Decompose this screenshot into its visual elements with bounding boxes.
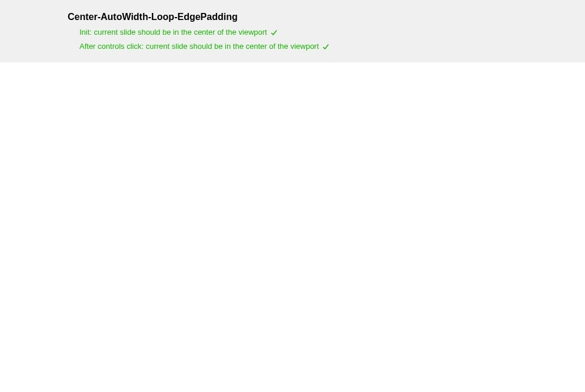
test-suite-title: Center-AutoWidth-Loop-EdgePadding <box>68 12 585 22</box>
test-item-label: Init: current slide should be in the cen… <box>79 27 267 38</box>
checkmark-icon <box>323 44 329 50</box>
test-item: After controls click: current slide shou… <box>79 41 585 52</box>
test-item-label: After controls click: current slide shou… <box>79 41 319 52</box>
panel-content: Center-AutoWidth-Loop-EdgePadding Init: … <box>0 12 585 52</box>
test-list: Init: current slide should be in the cen… <box>68 27 585 52</box>
test-results-panel: Center-AutoWidth-Loop-EdgePadding Init: … <box>0 0 585 62</box>
checkmark-icon <box>271 29 277 36</box>
test-item: Init: current slide should be in the cen… <box>79 27 585 38</box>
